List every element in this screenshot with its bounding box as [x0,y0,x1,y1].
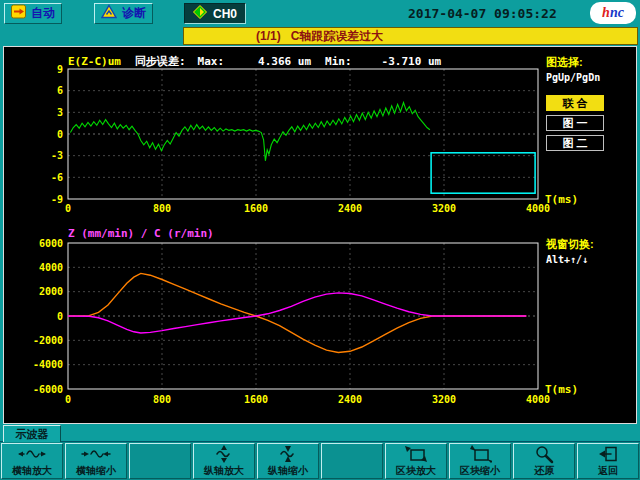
chart-select-chart2[interactable]: 图 二 [546,135,604,151]
softkey-label: 横轴放大 [12,464,52,478]
auto-mode-icon [11,4,26,23]
svg-text:4000: 4000 [39,262,63,273]
block-zoom-in-icon [404,444,428,464]
back-button[interactable]: 返回 [577,443,639,479]
channel-label: CH0 [213,7,237,21]
softkey-label: 横轴缩小 [76,464,116,478]
svg-text:-2000: -2000 [33,335,63,346]
hnc-logo: hnc [590,2,636,24]
svg-text:3200: 3200 [432,203,456,214]
svg-text:6000: 6000 [39,239,63,249]
cnc-screen: 自动 诊断 CH0 2017-04-07 09:05:22 hnc (1/1) … [0,0,640,480]
vertical-zoom-in-icon [213,444,235,464]
svg-text:9: 9 [57,65,63,75]
diagnosis-button[interactable]: 诊断 [94,3,153,24]
softkey-bar: 横轴放大横轴缩小纵轴放大纵轴缩小区块放大区块缩小还原返回 [0,442,640,480]
window-switch-panel: 视窗切换: Alt+↑/↓ [546,237,634,265]
block-zoom-in-button[interactable]: 区块放大 [385,443,447,479]
oscilloscope-panel: E(Z-C)um同步误差:Max:4.366 umMin:-3.710 um 0… [3,46,637,424]
chart-select-panel: 图选择: PgUp/PgDn 联 合图 一图 二 [546,55,634,151]
svg-text:0: 0 [57,129,63,140]
vzoom-out-button[interactable]: 纵轴缩小 [257,443,319,479]
channel-indicator[interactable]: CH0 [184,3,246,24]
window-switch-keys-hint: Alt+↑/↓ [546,254,634,265]
sync-error-chart[interactable]: 080016002400320040009630-3-6-9T(ms) [8,65,600,227]
top-bar: 自动 诊断 CH0 2017-04-07 09:05:22 hnc [0,0,640,27]
block-zoom-out-icon [468,444,492,464]
channel-icon [193,5,207,23]
svg-text:-4000: -4000 [33,359,63,370]
alarm-index: (1/1) [256,29,281,43]
svg-text:3200: 3200 [432,394,456,405]
svg-text:-6000: -6000 [33,384,63,395]
warning-triangle-icon [101,4,117,23]
softkey-label: 纵轴放大 [204,464,244,478]
alarm-message: C轴跟踪误差过大 [291,28,384,45]
chart-select-title: 图选择: [546,55,634,70]
svg-text:0: 0 [57,311,63,322]
auto-mode-label: 自动 [31,5,55,22]
time-axis-label: T(ms) [545,193,578,206]
svg-text:6: 6 [57,85,63,96]
alarm-bar: (1/1) C轴跟踪误差过大 [0,27,640,46]
svg-text:800: 800 [153,394,171,405]
alarm-message-strip: (1/1) C轴跟踪误差过大 [183,27,638,45]
chart-select-menu: 联 合图 一图 二 [546,95,634,151]
softkey-label: 还原 [534,464,554,478]
block-zoom-out-button[interactable]: 区块缩小 [449,443,511,479]
chart-select-combined[interactable]: 联 合 [546,95,604,111]
vertical-zoom-out-icon [277,444,299,464]
svg-text:0: 0 [65,203,71,214]
svg-text:-3: -3 [51,150,63,161]
tab-oscilloscope[interactable]: 示波器 [3,425,61,442]
softkey-label: 区块缩小 [460,464,500,478]
window-switch-title: 视窗切换: [546,237,634,252]
horizontal-zoom-out-icon [81,444,111,464]
series-C-speed [68,293,526,333]
softkey-label: 纵轴缩小 [268,464,308,478]
svg-text:2400: 2400 [338,394,362,405]
selection-box[interactable] [431,153,535,193]
time-axis-label: T(ms) [545,383,578,396]
svg-text:1600: 1600 [244,394,268,405]
series-Z-speed [68,273,526,352]
auto-mode-button[interactable]: 自动 [4,3,62,24]
series-sync-error [70,103,430,161]
horizontal-zoom-in-icon [17,444,47,464]
hzoom-out-button[interactable]: 横轴缩小 [65,443,127,479]
svg-text:0: 0 [65,394,71,405]
diagnosis-label: 诊断 [122,5,146,22]
softkey-empty-1 [129,443,191,479]
svg-text:800: 800 [153,203,171,214]
svg-text:-6: -6 [51,172,63,183]
svg-text:-9: -9 [51,194,63,205]
restore-icon [534,444,554,464]
tab-row: 示波器 [0,424,640,442]
speed-chart[interactable]: 080016002400320040006000400020000-2000-4… [8,239,600,419]
svg-text:2400: 2400 [338,203,362,214]
restore-button[interactable]: 还原 [513,443,575,479]
chart-select-keys-hint: PgUp/PgDn [546,72,634,83]
softkey-empty-2 [321,443,383,479]
softkey-label: 区块放大 [396,464,436,478]
hzoom-in-button[interactable]: 横轴放大 [1,443,63,479]
softkey-label: 返回 [598,464,618,478]
svg-text:1600: 1600 [244,203,268,214]
vzoom-in-button[interactable]: 纵轴放大 [193,443,255,479]
datetime-display: 2017-04-07 09:05:22 [408,6,557,21]
chart-select-chart1[interactable]: 图 一 [546,115,604,131]
svg-text:3: 3 [57,107,63,118]
return-icon [597,444,619,464]
svg-text:2000: 2000 [39,286,63,297]
